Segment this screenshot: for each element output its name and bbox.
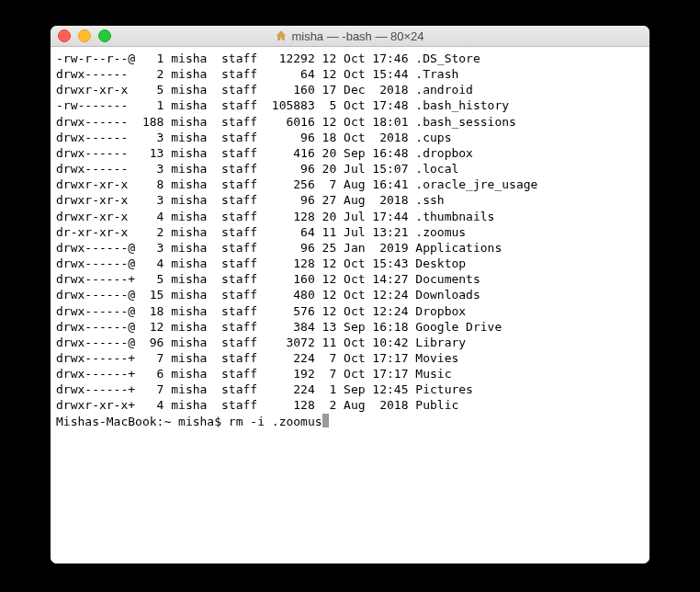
ls-row: drwx------@ 12 misha staff 384 13 Sep 16… — [56, 319, 644, 335]
ls-row: drwx------@ 15 misha staff 480 12 Oct 12… — [56, 287, 644, 302]
ls-row: drwx------@ 3 misha staff 96 25 Jan 2019… — [56, 240, 644, 256]
ls-row: drwx------@ 18 misha staff 576 12 Oct 12… — [56, 303, 644, 319]
ls-row: drwx------+ 5 misha staff 160 12 Oct 14:… — [56, 271, 644, 287]
ls-row: drwxr-xr-x 5 misha staff 160 17 Dec 2018… — [56, 82, 644, 97]
ls-row: dr-xr-xr-x 2 misha staff 64 11 Jul 13:21… — [56, 224, 644, 240]
ls-row: drwxr-xr-x 4 misha staff 128 20 Jul 17:4… — [56, 209, 644, 224]
ls-row: drwx------+ 7 misha staff 224 7 Oct 17:1… — [56, 350, 644, 366]
titlebar: misha — -bash — 80×24 — [51, 26, 649, 47]
ls-row: drwx------ 188 misha staff 6016 12 Oct 1… — [56, 114, 644, 130]
window-controls — [51, 29, 111, 42]
zoom-icon[interactable] — [98, 29, 111, 42]
ls-row: drwxr-xr-x 8 misha staff 256 7 Aug 16:41… — [56, 176, 644, 192]
prompt-line[interactable]: Mishas-MacBook:~ misha$ rm -i .zoomus — [56, 414, 644, 429]
window-title-text: misha — -bash — 80×24 — [291, 29, 423, 43]
ls-row: -rw-r--r--@ 1 misha staff 12292 12 Oct 1… — [56, 51, 644, 66]
minimize-icon[interactable] — [78, 29, 91, 42]
window-title: misha — -bash — 80×24 — [51, 29, 649, 43]
ls-row: -rw------- 1 misha staff 105883 5 Oct 17… — [56, 97, 644, 113]
ls-row: drwx------@ 96 misha staff 3072 11 Oct 1… — [56, 335, 644, 350]
ls-row: drwx------ 3 misha staff 96 20 Jul 15:07… — [56, 161, 644, 176]
home-icon — [276, 30, 287, 41]
close-icon[interactable] — [58, 29, 71, 42]
ls-row: drwx------+ 7 misha staff 224 1 Sep 12:4… — [56, 381, 644, 397]
ls-row: drwxr-xr-x 3 misha staff 96 27 Aug 2018 … — [56, 192, 644, 208]
ls-row: drwx------ 3 misha staff 96 18 Oct 2018 … — [56, 130, 644, 145]
ls-row: drwx------ 13 misha staff 416 20 Sep 16:… — [56, 145, 644, 161]
terminal-body[interactable]: -rw-r--r--@ 1 misha staff 12292 12 Oct 1… — [51, 47, 649, 564]
ls-row: drwx------@ 4 misha staff 128 12 Oct 15:… — [56, 256, 644, 271]
ls-row: drwx------+ 6 misha staff 192 7 Oct 17:1… — [56, 366, 644, 381]
cursor-icon — [322, 414, 329, 427]
ls-row: drwx------ 2 misha staff 64 12 Oct 15:44… — [56, 66, 644, 82]
ls-row: drwxr-xr-x+ 4 misha staff 128 2 Aug 2018… — [56, 397, 644, 413]
terminal-window: misha — -bash — 80×24 -rw-r--r--@ 1 mish… — [51, 26, 649, 564]
